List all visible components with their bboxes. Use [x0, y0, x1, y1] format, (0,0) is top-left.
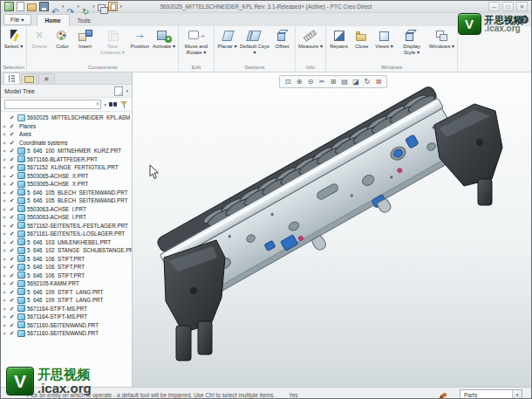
tree-item[interactable]: ▶✓5671160-SEITENWAND.PRT: [1, 321, 132, 330]
regenerate-caret-icon[interactable]: ▾: [92, 3, 95, 10]
maximize-button[interactable]: □: [502, 2, 514, 11]
navigator-tab-model-tree[interactable]: [3, 72, 20, 84]
minimize-button[interactable]: ─: [488, 2, 500, 11]
checkbox-icon[interactable]: ✓: [10, 131, 16, 137]
status-confirm[interactable]: Yes: [289, 392, 298, 398]
checkbox-icon[interactable]: ✓: [10, 123, 16, 129]
ribbon-button-views[interactable]: Views ▾: [373, 27, 395, 51]
checkbox-icon[interactable]: ✓: [10, 306, 16, 312]
checkbox-icon[interactable]: ✓: [10, 189, 16, 196]
checkbox-icon[interactable]: ✓: [10, 322, 16, 328]
ribbon-button-delete[interactable]: Delete: [29, 27, 51, 51]
tree-item[interactable]: ▶✓5671161-SEITENTEIL-LOSLAGER.PRT: [1, 230, 132, 238]
selection-filter-dropdown[interactable]: Parts ▾: [460, 389, 522, 399]
checkbox-icon[interactable]: ✓: [10, 214, 16, 220]
search-options-caret-icon[interactable]: ▾: [104, 102, 106, 107]
tree-item[interactable]: ▶✓5503063-ACHSE_I.PRT: [1, 205, 132, 214]
ribbon-button-windows[interactable]: Windows ▾: [428, 27, 455, 51]
tree-item[interactable]: ▶✓Axes: [1, 130, 132, 139]
expand-arrow-icon[interactable]: ▶: [3, 132, 8, 136]
checkbox-icon[interactable]: ✓: [10, 289, 16, 295]
expand-arrow-icon[interactable]: ▶: [3, 306, 8, 311]
close-button[interactable]: ✕: [516, 2, 528, 11]
tree-item[interactable]: ▶✓5_646_100_MITNEHMER_KURZ.PRT: [1, 147, 132, 155]
checkbox-icon[interactable]: ✓: [10, 330, 16, 336]
regenerate-icon[interactable]: [82, 3, 90, 10]
zoom-in-icon[interactable]: [294, 77, 304, 86]
tree-item[interactable]: ▶✓5671152_KLINGE_FERTIGTEIL.PRT: [1, 163, 132, 172]
checkbox-icon[interactable]: ✓: [10, 140, 16, 146]
expand-arrow-icon[interactable]: ▶: [3, 240, 8, 244]
saved-views-icon[interactable]: [328, 77, 338, 86]
redo-icon[interactable]: [67, 3, 75, 10]
save-icon[interactable]: [39, 2, 49, 11]
expand-arrow-icon[interactable]: ▶: [3, 198, 8, 203]
expand-arrow-icon[interactable]: ▶: [3, 298, 8, 302]
reorient-icon[interactable]: [362, 77, 372, 86]
help-icon[interactable]: ?: [521, 16, 529, 24]
undo-icon[interactable]: [51, 3, 59, 10]
tree-item[interactable]: ▶✓5_646_105_BLECH_SEITENWAND.PRT: [1, 196, 132, 205]
checkbox-icon[interactable]: ✓: [10, 148, 16, 154]
tree-item[interactable]: ▶✓5_646_106_STIFT.PRT: [1, 272, 132, 280]
ribbon-button-planar[interactable]: Planar ▾: [216, 27, 238, 51]
zoom-out-icon[interactable]: [305, 77, 316, 86]
exit-icon[interactable]: [373, 77, 384, 86]
qat-more-icon[interactable]: ▾: [120, 3, 123, 10]
expand-arrow-icon[interactable]: ▶: [3, 314, 8, 319]
expand-arrow-icon[interactable]: ▶: [3, 248, 8, 252]
navigator-tab-favorites[interactable]: ✱: [38, 73, 55, 84]
expand-arrow-icon[interactable]: ▶: [3, 265, 8, 269]
refit-icon[interactable]: [283, 77, 293, 86]
tree-item[interactable]: ▶✓5_646_106_STIFT.PRT: [1, 263, 132, 272]
tree-item[interactable]: ▶✓Coordinate systems: [1, 139, 132, 148]
ribbon-button-select[interactable]: Select ▾: [3, 27, 24, 51]
checkbox-icon[interactable]: ✓: [10, 272, 16, 279]
undo-caret-icon[interactable]: ▾: [62, 3, 65, 10]
new-icon[interactable]: [17, 2, 24, 11]
expand-arrow-icon[interactable]: ▶: [3, 331, 8, 335]
expand-arrow-icon[interactable]: ▶: [3, 124, 8, 128]
expand-arrow-icon[interactable]: ▶: [3, 157, 8, 162]
tree-item[interactable]: ▶✓5671164-STIFT-MS.PRT: [1, 305, 132, 313]
expand-arrow-icon[interactable]: ▶: [3, 323, 8, 327]
ribbon-button-display-style[interactable]: Display Style ▾: [396, 27, 427, 56]
expand-arrow-icon[interactable]: ▶: [3, 165, 8, 169]
tree-item[interactable]: ▶✓5_646_106_STIFT.PRT: [1, 255, 132, 264]
ribbon-button-position[interactable]: Position: [129, 27, 151, 51]
checkbox-icon[interactable]: ✓: [10, 247, 16, 253]
paste-icon[interactable]: [108, 2, 118, 11]
ribbon-button-close[interactable]: Close: [351, 27, 372, 51]
expand-arrow-icon[interactable]: ▶: [3, 257, 8, 261]
tree-item[interactable]: ▶✓5503063-ACHSE_I.PRT: [1, 213, 132, 222]
tree-item[interactable]: ▶✓5_646_103_UMLENKHEBEL.PRT: [1, 238, 132, 247]
tree-item[interactable]: ▶✓5671166-BLATTFEDER.PRT: [1, 155, 132, 164]
expand-arrow-icon[interactable]: ▶: [3, 182, 8, 186]
ribbon-button-offset[interactable]: Offset: [271, 27, 293, 51]
windows-icon[interactable]: [98, 4, 106, 11]
checkbox-icon[interactable]: ✓: [10, 239, 16, 245]
tree-item[interactable]: ▶✓5692105-KAMM.PRT: [1, 279, 132, 288]
tree-search-input[interactable]: ✕: [4, 100, 101, 109]
file-menu-button[interactable]: File ▾: [3, 14, 31, 25]
checkbox-icon[interactable]: ✓: [10, 206, 16, 212]
checkbox-icon[interactable]: ✓: [10, 156, 16, 162]
checkbox-icon[interactable]: ✓: [10, 230, 16, 237]
expand-arrow-icon[interactable]: ▶: [3, 290, 8, 294]
display-style-icon[interactable]: [339, 77, 350, 86]
checkbox-icon[interactable]: ✓: [10, 223, 16, 229]
tree-item[interactable]: ▶✓5_646_109_STIFT_LANG.PRT: [1, 288, 132, 297]
ribbon-button-activate[interactable]: Activate ▾: [152, 27, 176, 51]
filter-icon[interactable]: [120, 101, 128, 108]
expand-arrow-icon[interactable]: ▶: [3, 273, 8, 278]
app-icon[interactable]: [4, 2, 14, 11]
tree-menu-caret-icon[interactable]: ▾: [126, 88, 128, 93]
expand-arrow-icon[interactable]: ▶: [3, 215, 8, 219]
3d-model-assembly[interactable]: [133, 72, 532, 387]
ribbon-button-new-instance[interactable]: New Instance ▾: [97, 27, 128, 56]
checkbox-icon[interactable]: ✓: [10, 313, 16, 320]
expand-arrow-icon[interactable]: ▶: [3, 231, 8, 236]
selection-brush-icon[interactable]: [440, 391, 447, 399]
tree-item[interactable]: ▶✓5503065-ACHSE_X.PRT: [1, 172, 132, 181]
checkbox-icon[interactable]: ✓: [10, 164, 16, 170]
